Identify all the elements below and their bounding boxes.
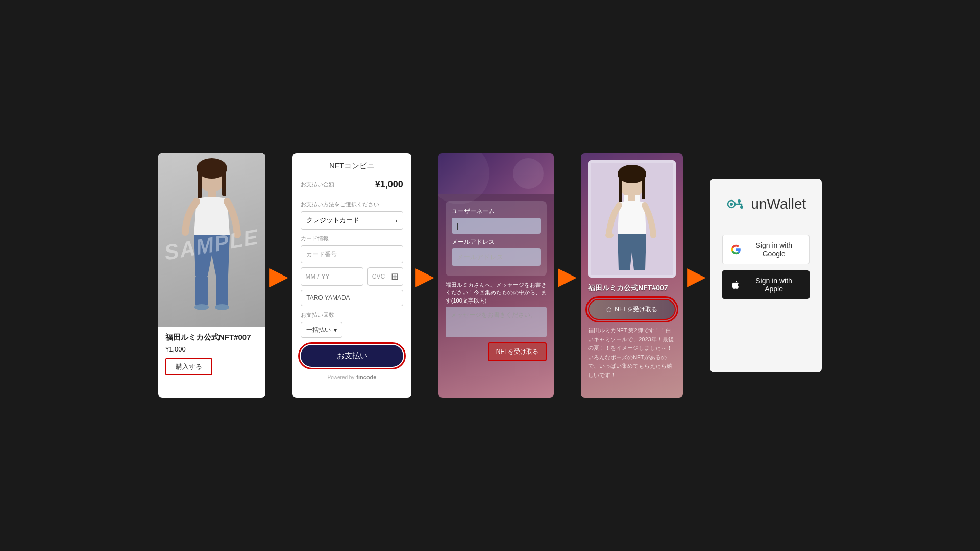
product-info: 福田ルミカ公式NFT#007 ¥1,000 購入する <box>158 327 265 382</box>
sign-in-apple-label: Sign in with Apple <box>746 277 801 293</box>
fincode-logo: fincode <box>356 374 376 380</box>
deco-circle-2 <box>513 158 544 189</box>
svg-point-23 <box>738 199 741 203</box>
expiry-mm: MM <box>305 273 315 280</box>
arrow-4: ▶ <box>687 261 706 290</box>
sample-figure: SAMPLE <box>158 153 265 327</box>
arrow-1: ▶ <box>270 261 288 290</box>
svg-rect-2 <box>198 168 202 199</box>
powered-by-text: Powered by <box>328 374 355 380</box>
pay-button[interactable]: お支払い <box>301 345 403 367</box>
payment-method-select[interactable]: クレジットカード › <box>301 211 403 230</box>
google-icon <box>731 244 741 255</box>
message-textarea[interactable]: メッセージをお書きください。 <box>446 307 547 337</box>
email-placeholder: メールアドレス <box>457 253 503 261</box>
unwallet-logo: unWallet <box>725 194 806 214</box>
cardholder-input[interactable]: TARO YAMADA <box>301 290 403 306</box>
message-prompt: 福田ルミカさんへ、メッセージをお書きください！今回集めたものの中から、ます(10… <box>446 281 547 305</box>
email-input[interactable]: メールアドレス <box>452 248 541 266</box>
message-placeholder-text: メッセージをお書きください。 <box>451 311 536 318</box>
svg-point-17 <box>605 232 614 238</box>
unwallet-name: unWallet <box>751 196 806 212</box>
svg-rect-5 <box>195 276 208 306</box>
payment-count-value: 一括払い <box>306 325 331 334</box>
sign-in-google-button[interactable]: Sign in with Google <box>722 235 810 264</box>
panel-nft-detail: 福田ルミカ公式NFT#007 ⬡ NFTを受け取る 福田ルミカNFT 第2弾です… <box>581 153 682 398</box>
payment-count-select[interactable]: 一括払い ▾ <box>301 322 342 338</box>
nft-receive-label: NFTを受け取る <box>615 305 657 314</box>
payment-method-text: クレジットカード <box>306 216 359 225</box>
card-expiry-input[interactable]: MM / YY <box>301 267 363 286</box>
card-cvc-input[interactable]: CVC ⊞ <box>368 267 403 286</box>
message-section: 福田ルミカさんへ、メッセージをお書きください！今回集めたものの中から、ます(10… <box>446 281 547 337</box>
form-header-bg <box>438 153 554 194</box>
product-title: 福田ルミカ公式NFT#007 <box>165 333 258 342</box>
panel-login: unWallet Sign in with Google Sign in wit… <box>710 179 822 372</box>
svg-rect-15 <box>624 195 628 204</box>
svg-point-7 <box>194 304 209 310</box>
unwallet-logo-icon <box>725 194 746 214</box>
product-image-container: SAMPLE <box>158 153 265 327</box>
nft-detail-image <box>588 160 675 278</box>
payment-amount-label: お支払い金額 <box>301 181 334 188</box>
expiry-slash: / <box>317 273 319 280</box>
panel-form-inner: ユーザーネーム | メールアドレス メールアドレス 福田ルミカさんへ、メッセージ… <box>438 194 554 349</box>
apple-icon <box>730 280 741 290</box>
nft-icon: ⬡ <box>606 306 611 313</box>
svg-rect-12 <box>619 174 622 202</box>
email-label: メールアドレス <box>452 238 541 246</box>
svg-rect-6 <box>216 276 228 306</box>
chevron-right-icon: › <box>395 217 397 224</box>
username-cursor: | <box>457 222 458 230</box>
username-input[interactable]: | <box>452 218 541 234</box>
payment-amount-value: ¥1,000 <box>375 179 403 190</box>
username-label: ユーザーネーム <box>452 207 541 216</box>
card-icon: ⊞ <box>391 271 399 282</box>
card-info-label: カード情報 <box>301 235 403 242</box>
chevron-down-icon: ▾ <box>334 327 337 334</box>
product-price: ¥1,000 <box>165 345 258 353</box>
sign-in-google-label: Sign in with Google <box>747 241 801 258</box>
divider-1 <box>301 195 403 195</box>
arrow-3: ▶ <box>558 261 577 290</box>
panel-payment: NFTコンビニ お支払い金額 ¥1,000 お支払い方法をご選択ください クレジ… <box>292 153 411 398</box>
expiry-yy: YY <box>322 273 330 280</box>
form-overlay: ユーザーネーム | メールアドレス メールアドレス <box>446 201 547 276</box>
buy-button[interactable]: 購入する <box>165 358 212 375</box>
nft-girl-svg <box>591 163 673 275</box>
nft-receive-button[interactable]: ⬡ NFTを受け取る <box>588 299 675 320</box>
arrow-2: ▶ <box>415 261 434 290</box>
card-expiry-row: MM / YY CVC ⊞ <box>301 267 403 286</box>
svg-point-24 <box>740 206 743 209</box>
panel-form: ユーザーネーム | メールアドレス メールアドレス 福田ルミカさんへ、メッセージ… <box>438 153 554 398</box>
svg-rect-16 <box>635 195 640 204</box>
cvc-text: CVC <box>372 273 385 280</box>
svg-rect-3 <box>222 168 226 196</box>
payment-title: NFTコンビニ <box>301 161 403 171</box>
payment-count-label: お支払い回数 <box>301 311 403 319</box>
payment-method-label: お支払い方法をご選択ください <box>301 201 403 208</box>
powered-by: Powered by fincode <box>301 374 403 380</box>
nft-description: 福田ルミカNFT 第2弾です！！白いキャミソールで、2023年！最後の夏！！をイ… <box>588 326 675 380</box>
payment-amount-row: お支払い金額 ¥1,000 <box>301 179 403 190</box>
svg-rect-13 <box>642 174 645 199</box>
receive-nft-button[interactable]: NFTを受け取る <box>488 342 547 361</box>
svg-point-19 <box>730 203 733 206</box>
nft-detail-title: 福田ルミカ公式NFT#007 <box>588 284 675 293</box>
panel-product: SAMPLE 福田ルミカ公式NFT#007 ¥1,000 購入する <box>158 153 265 398</box>
svg-point-8 <box>215 304 229 310</box>
card-number-input[interactable]: カード番号 <box>301 245 403 263</box>
sign-in-apple-button[interactable]: Sign in with Apple <box>722 270 810 299</box>
